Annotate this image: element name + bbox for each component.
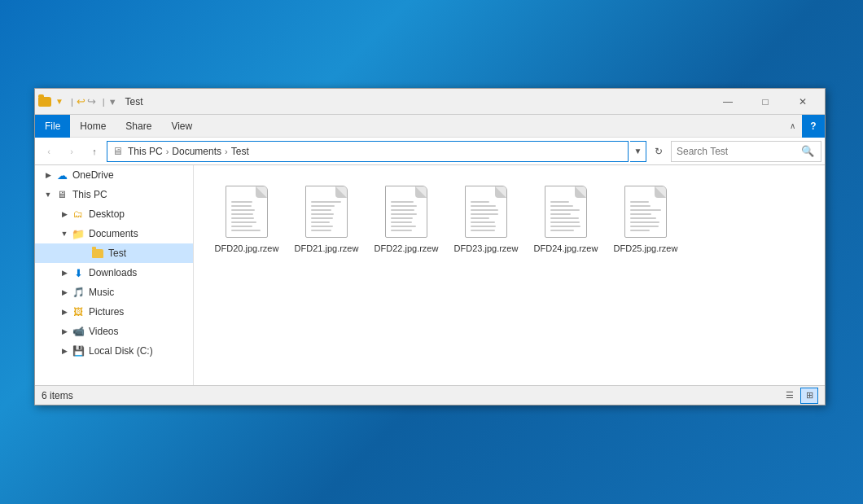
file-icon [623,184,668,239]
file-item[interactable]: DFD25.jpg.rzew [609,178,682,260]
sidebar-item-downloads[interactable]: ▶ ⬇ Downloads [35,263,193,283]
documents-label: Documents [89,228,138,239]
pictures-expand-arrow: ▶ [58,308,71,316]
file-icon-body [624,186,667,238]
videos-expand-arrow: ▶ [58,327,71,335]
view-tiles-button[interactable]: ⊞ [800,388,818,404]
view-details-button[interactable]: ☰ [781,388,799,404]
file-lines [471,201,502,231]
address-refresh[interactable]: ↻ [648,141,669,162]
downloads-label: Downloads [89,267,137,278]
this-pc-expand-arrow: ▼ [42,191,55,199]
breadcrumb: 🖥 This PC › Documents › Test [112,145,249,157]
view-tiles-icon: ⊞ [806,390,813,401]
address-dropdown[interactable]: ▼ [630,141,646,162]
file-item[interactable]: DFD23.jpg.rzew [449,178,523,260]
file-name: DFD22.jpg.rzew [375,243,439,254]
file-name: DFD20.jpg.rzew [215,243,279,254]
title-bar-controls: — □ ✕ [709,89,821,115]
file-area: DFD20.jpg.rzew DFD21.jpg.rzew DFD22.jpg.… [194,165,825,385]
sidebar-item-videos[interactable]: ▶ 📹 Videos [35,322,193,341]
quick-access-icon1: ▼ [53,95,66,108]
desktop-icon: 🗂 [71,207,85,221]
sidebar-item-desktop[interactable]: ▶ 🗂 Desktop [35,204,193,224]
file-item[interactable]: DFD24.jpg.rzew [529,178,602,260]
address-path[interactable]: 🖥 This PC › Documents › Test [107,141,629,162]
view-icons: ☰ ⊞ [781,388,818,404]
menu-view[interactable]: View [161,115,202,138]
onedrive-expand-arrow: ▶ [42,171,55,179]
menu-file[interactable]: File [35,115,70,138]
local-disk-label: Local Disk (C:) [89,345,153,357]
sidebar: ▶ ☁ OneDrive ▼ 🖥 This PC ▶ 🗂 Desktop ▼ 📁… [35,165,194,385]
downloads-expand-arrow: ▶ [58,269,71,277]
nav-back-icon: ‹ [47,147,50,156]
sidebar-item-music[interactable]: ▶ 🎵 Music [35,283,193,302]
desktop-expand-arrow: ▶ [58,210,71,218]
music-expand-arrow: ▶ [58,288,71,296]
music-icon: 🎵 [71,285,85,300]
title-bar: ▼ | ↩ ↪ | ▼ Test — □ ✕ [35,89,825,115]
file-lines [231,201,262,231]
sidebar-item-local-disk[interactable]: ▶ 💾 Local Disk (C:) [35,341,193,361]
file-lines [630,201,661,231]
path-this-pc[interactable]: This PC [128,146,163,157]
file-item[interactable]: DFD21.jpg.rzew [290,178,363,260]
file-name: DFD23.jpg.rzew [454,243,519,254]
file-icon-body [305,186,348,238]
main-area: ▶ ☁ OneDrive ▼ 🖥 This PC ▶ 🗂 Desktop ▼ 📁… [35,165,825,385]
menu-bar: File Home Share View ∧ ? [35,115,825,138]
file-icon [383,184,429,239]
file-name: DFD25.jpg.rzew [614,243,678,254]
search-input[interactable] [677,146,799,157]
titlebar-folder-icon [38,95,51,108]
downloads-icon: ⬇ [71,265,85,280]
computer-icon: 🖥 [112,145,123,157]
sidebar-item-this-pc[interactable]: ▼ 🖥 This PC [35,185,193,204]
search-icon[interactable]: 🔍 [799,142,816,161]
path-sep-1: › [166,147,169,156]
menu-share[interactable]: Share [116,115,161,138]
test-expand-arrow [77,249,90,257]
minimize-button[interactable]: — [709,89,747,115]
path-documents[interactable]: Documents [172,146,221,157]
close-button[interactable]: ✕ [784,89,821,115]
music-label: Music [89,287,114,298]
sidebar-item-onedrive[interactable]: ▶ ☁ OneDrive [35,165,193,185]
file-icon-body [545,186,587,238]
file-icon [304,184,349,239]
view-details-icon: ☰ [786,390,794,401]
pictures-label: Pictures [89,306,124,318]
file-name: DFD21.jpg.rzew [295,243,359,254]
nav-up-button[interactable]: ↑ [84,141,105,162]
file-item[interactable]: DFD22.jpg.rzew [370,178,443,260]
path-test[interactable]: Test [231,146,249,157]
search-box[interactable]: 🔍 [671,141,821,162]
videos-label: Videos [89,326,118,337]
nav-back-button[interactable]: ‹ [38,141,59,162]
videos-icon: 📹 [71,324,85,339]
documents-icon: 📁 [71,226,85,241]
sidebar-item-test[interactable]: Test [35,243,193,263]
file-icon-body [226,186,268,238]
sidebar-item-pictures[interactable]: ▶ 🖼 Pictures [35,302,193,322]
sidebar-item-documents[interactable]: ▼ 📁 Documents [35,224,193,243]
nav-forward-button[interactable]: › [61,141,82,162]
menu-help[interactable]: ? [802,115,825,138]
file-icon [224,184,269,239]
menu-chevron[interactable]: ∧ [782,115,802,138]
menu-home[interactable]: Home [70,115,116,138]
this-pc-label: This PC [72,189,107,200]
path-sep-2: › [225,147,228,156]
test-folder-icon [90,246,105,261]
onedrive-label: OneDrive [72,169,114,181]
local-disk-icon: 💾 [71,344,85,358]
status-bar: 6 items ☰ ⊞ [35,385,825,405]
file-item[interactable]: DFD20.jpg.rzew [210,178,283,260]
maximize-button[interactable]: □ [747,89,784,115]
file-explorer-window: ▼ | ↩ ↪ | ▼ Test — □ ✕ File Home Share V… [34,88,826,405]
onedrive-icon: ☁ [55,168,69,182]
file-lines [550,201,581,231]
titlebar-dropdown-icon: ▼ [108,97,117,107]
file-lines [391,201,422,231]
